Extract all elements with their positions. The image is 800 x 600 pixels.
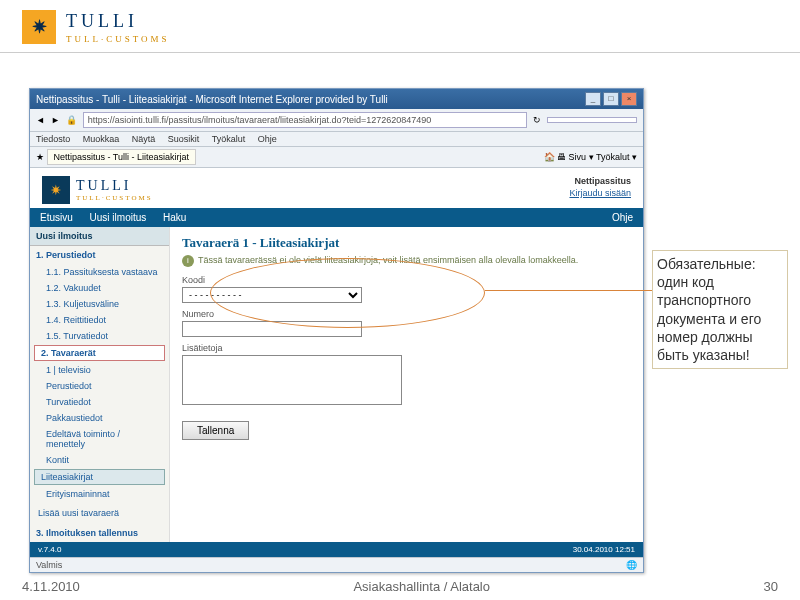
app-body: Uusi ilmoitus 1. Perustiedot 1.1. Passit… bbox=[30, 227, 643, 542]
address-bar: ◄ ► 🔒 https://asiointi.tulli.fi/passitus… bbox=[30, 109, 643, 132]
app-logo-mark-icon: ✷ bbox=[42, 176, 70, 204]
menu-tiedosto[interactable]: Tiedosto bbox=[36, 134, 70, 144]
refresh-icon[interactable]: ↻ bbox=[533, 115, 541, 125]
info-icon: i bbox=[182, 255, 194, 267]
footer-date: 4.11.2010 bbox=[22, 579, 80, 594]
browser-statusbar: Valmis 🌐 bbox=[30, 557, 643, 572]
app-navbar: Etusivu Uusi ilmoitus Haku Ohje bbox=[30, 208, 643, 227]
slide-footer: 4.11.2010 Asiakashallinta / Alatalo 30 bbox=[22, 579, 778, 594]
toolbar: ★ Nettipassitus - Tulli - Liiteasiakirja… bbox=[30, 147, 643, 168]
save-button[interactable]: Tallenna bbox=[182, 421, 249, 440]
field-koodi: Koodi - - - - - - - - - - bbox=[182, 275, 631, 303]
print-icon[interactable]: 🖶 bbox=[557, 152, 566, 162]
info-message: i Tässä tavaraerässä ei ole vielä liitea… bbox=[182, 255, 631, 267]
window-titlebar: Nettipassitus - Tulli - Liiteasiakirjat … bbox=[30, 89, 643, 109]
numero-label: Numero bbox=[182, 309, 631, 319]
menu-bar: Tiedosto Muokkaa Näytä Suosikit Työkalut… bbox=[30, 132, 643, 147]
sidebar-item-1-3[interactable]: 1.3. Kuljetusväline bbox=[30, 296, 169, 312]
logo-mark-icon: ✷ bbox=[22, 10, 56, 44]
nav-uusi-ilmoitus[interactable]: Uusi ilmoitus bbox=[90, 212, 147, 223]
lisatietoja-label: Lisätietoja bbox=[182, 343, 631, 353]
app-logo-title: TULLI bbox=[76, 178, 153, 194]
browser-tab[interactable]: Nettipassitus - Tulli - Liiteasiakirjat bbox=[47, 149, 197, 165]
toolbar-tyokalut[interactable]: Työkalut bbox=[596, 152, 630, 162]
logo-text-block: TULLI TULL·CUSTOMS bbox=[66, 11, 170, 44]
app-name: Nettipassitus bbox=[569, 176, 631, 186]
sidebar-item-edeltava[interactable]: Edeltävä toiminto / menettely bbox=[30, 426, 169, 452]
search-input[interactable] bbox=[547, 117, 637, 123]
sidebar: Uusi ilmoitus 1. Perustiedot 1.1. Passit… bbox=[30, 227, 170, 542]
login-link[interactable]: Kirjaudu sisään bbox=[569, 188, 631, 198]
koodi-select[interactable]: - - - - - - - - - - bbox=[182, 287, 362, 303]
lock-icon: 🔒 bbox=[66, 115, 77, 125]
minimize-button[interactable]: _ bbox=[585, 92, 601, 106]
menu-nayta[interactable]: Näytä bbox=[132, 134, 156, 144]
close-button[interactable]: × bbox=[621, 92, 637, 106]
sidebar-item-perustiedot[interactable]: Perustiedot bbox=[30, 378, 169, 394]
browser-window: Nettipassitus - Tulli - Liiteasiakirjat … bbox=[29, 88, 644, 573]
footer-page: 30 bbox=[764, 579, 778, 594]
nav-ohje[interactable]: Ohje bbox=[612, 212, 633, 223]
nav-etusivu[interactable]: Etusivu bbox=[40, 212, 73, 223]
favorites-icon[interactable]: ★ bbox=[36, 152, 44, 162]
toolbar-sivu[interactable]: Sivu bbox=[569, 152, 587, 162]
app-header: ✷ TULLI TULL·CUSTOMS Nettipassitus Kirja… bbox=[30, 168, 643, 208]
forward-icon[interactable]: ► bbox=[51, 115, 60, 125]
status-text: Valmis bbox=[36, 560, 62, 570]
page-heading: Tavaraerä 1 - Liiteasiakirjat bbox=[182, 235, 631, 251]
sidebar-header: Uusi ilmoitus bbox=[30, 227, 169, 246]
sidebar-section-2[interactable]: 2. Tavaraerät bbox=[34, 345, 165, 361]
app-version: v.7.4.0 bbox=[38, 545, 61, 554]
sidebar-item-1-4[interactable]: 1.4. Reittitiedot bbox=[30, 312, 169, 328]
main-panel: Tavaraerä 1 - Liiteasiakirjat i Tässä ta… bbox=[170, 227, 643, 542]
sidebar-item-liiteasiakirjat[interactable]: Liiteasiakirjat bbox=[34, 469, 165, 485]
window-title: Nettipassitus - Tulli - Liiteasiakirjat … bbox=[36, 94, 388, 105]
window-buttons: _ □ × bbox=[585, 92, 637, 106]
field-lisatietoja: Lisätietoja bbox=[182, 343, 631, 407]
nav-haku[interactable]: Haku bbox=[163, 212, 186, 223]
zone-icon: 🌐 bbox=[626, 560, 637, 570]
sidebar-item-televisio[interactable]: 1 | televisio bbox=[30, 362, 169, 378]
koodi-label: Koodi bbox=[182, 275, 631, 285]
sidebar-section-3[interactable]: 3. Ilmoituksen tallennus bbox=[30, 524, 169, 542]
menu-ohje[interactable]: Ohje bbox=[258, 134, 277, 144]
numero-input[interactable] bbox=[182, 321, 362, 337]
lisatietoja-textarea[interactable] bbox=[182, 355, 402, 405]
menu-muokkaa[interactable]: Muokkaa bbox=[83, 134, 120, 144]
app-timestamp: 30.04.2010 12:51 bbox=[573, 545, 635, 554]
field-numero: Numero bbox=[182, 309, 631, 337]
menu-suosikit[interactable]: Suosikit bbox=[168, 134, 200, 144]
app-header-right: Nettipassitus Kirjaudu sisään bbox=[569, 176, 631, 198]
sidebar-add-tavaraera[interactable]: Lisää uusi tavaraerä bbox=[30, 502, 169, 524]
sidebar-item-turvatiedot[interactable]: Turvatiedot bbox=[30, 394, 169, 410]
sidebar-item-1-2[interactable]: 1.2. Vakuudet bbox=[30, 280, 169, 296]
sidebar-item-erityismaininnat[interactable]: Erityismaininnat bbox=[30, 486, 169, 502]
app-logo-subtitle: TULL·CUSTOMS bbox=[76, 194, 153, 202]
app-content: ✷ TULLI TULL·CUSTOMS Nettipassitus Kirja… bbox=[30, 168, 643, 557]
app-logo: ✷ TULLI TULL·CUSTOMS bbox=[42, 176, 153, 204]
sidebar-item-1-1[interactable]: 1.1. Passituksesta vastaava bbox=[30, 264, 169, 280]
menu-tyokalut[interactable]: Työkalut bbox=[212, 134, 246, 144]
sidebar-section-1[interactable]: 1. Perustiedot bbox=[30, 246, 169, 264]
sidebar-item-pakkaustiedot[interactable]: Pakkaustiedot bbox=[30, 410, 169, 426]
slide-header: ✷ TULLI TULL·CUSTOMS bbox=[0, 0, 800, 53]
maximize-button[interactable]: □ bbox=[603, 92, 619, 106]
back-icon[interactable]: ◄ bbox=[36, 115, 45, 125]
url-input[interactable]: https://asiointi.tulli.fi/passitus/ilmoi… bbox=[83, 112, 527, 128]
home-icon[interactable]: 🏠 bbox=[544, 152, 555, 162]
app-footer: v.7.4.0 30.04.2010 12:51 bbox=[30, 542, 643, 557]
footer-center: Asiakashallinta / Alatalo bbox=[353, 579, 490, 594]
sidebar-item-1-5[interactable]: 1.5. Turvatiedot bbox=[30, 328, 169, 344]
info-text: Tässä tavaraerässä ei ole vielä liiteasi… bbox=[198, 255, 578, 265]
annotation-text: Обязательные: один код транспортного док… bbox=[652, 250, 788, 369]
logo-subtitle: TULL·CUSTOMS bbox=[66, 34, 170, 44]
logo-title: TULLI bbox=[66, 11, 170, 32]
sidebar-item-kontit[interactable]: Kontit bbox=[30, 452, 169, 468]
